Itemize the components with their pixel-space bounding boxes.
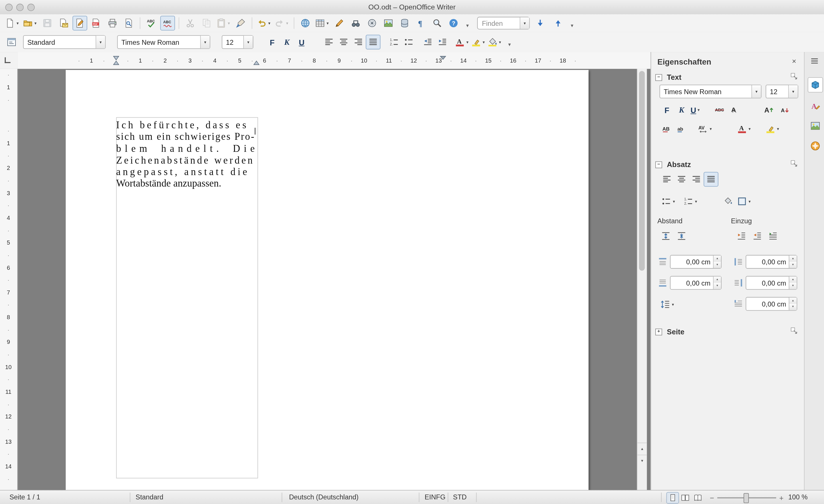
paragraph-style-dropdown-arrow[interactable]: ▾ <box>96 36 105 48</box>
stepper[interactable]: ▴▾ <box>713 276 721 289</box>
zoom-slider-thumb[interactable] <box>744 493 749 503</box>
find-input[interactable]: Finden ▾ <box>477 17 530 29</box>
open-folder-dropdown-arrow[interactable]: ▾ <box>33 21 37 25</box>
zoom-value[interactable]: 100 % <box>788 491 808 504</box>
bullet-list-dropdown-arrow[interactable]: ▾ <box>672 199 676 203</box>
styles-window-button[interactable] <box>4 35 19 49</box>
bullet-list-button[interactable] <box>401 35 416 49</box>
font-color-button[interactable]: A▾ <box>454 35 471 49</box>
font-name-dropdown-arrow[interactable]: ▾ <box>200 36 210 48</box>
highlighting-dropdown-arrow[interactable]: ▾ <box>482 39 486 44</box>
shrink-font-button[interactable]: A <box>777 102 792 117</box>
sidebar-font-size-dropdown-arrow[interactable]: ▾ <box>788 85 798 98</box>
formatting-marks-button[interactable]: ¶ <box>413 16 428 30</box>
sidebar-settings-icon[interactable] <box>809 56 820 66</box>
find-next-button[interactable] <box>533 16 547 30</box>
indent-before-field[interactable]: 0,00 cm ▴▾ <box>746 255 797 269</box>
stepper-up-icon[interactable]: ▴ <box>714 276 721 283</box>
find-toolbar-more-icon[interactable]: ▾ <box>571 22 573 28</box>
save-document-button[interactable] <box>40 16 55 30</box>
background-color-button[interactable]: ▾ <box>487 35 503 49</box>
font-name-combo[interactable]: Times New Roman ▾ <box>117 35 210 49</box>
stepper[interactable]: ▴▾ <box>713 256 721 268</box>
page-preview-button[interactable] <box>121 16 136 30</box>
selection-mode[interactable]: STD <box>453 491 467 504</box>
text-line[interactable]: Zeichenabstände werden <box>116 155 257 166</box>
text-line[interactable]: angepasst, anstatt die <box>116 166 257 178</box>
sidebar-font-name-combo[interactable]: Times New Roman ▾ <box>659 85 761 98</box>
single-page-view-button[interactable] <box>666 492 679 503</box>
formatting-toolbar-more-icon[interactable]: ▾ <box>508 41 511 47</box>
expand-icon[interactable]: + <box>655 328 662 335</box>
sidebar-align-left-button[interactable] <box>659 172 674 187</box>
first-line-indent-field[interactable]: 0,00 cm ▴▾ <box>746 297 797 311</box>
scroll-up-icon[interactable]: ▴ <box>637 442 647 455</box>
export-pdf-button[interactable]: PDF <box>89 16 104 30</box>
page-style[interactable]: Standard <box>136 491 164 504</box>
sidebar-highlighting-dropdown-arrow[interactable]: ▾ <box>776 126 780 131</box>
help-button[interactable]: ? <box>446 16 461 30</box>
draw-functions-button[interactable] <box>332 16 347 30</box>
paste-button[interactable]: ▾ <box>215 16 232 30</box>
strikethrough-button[interactable]: ABC <box>712 102 727 117</box>
sidebar-increase-indent-button[interactable] <box>734 229 749 243</box>
close-window-button[interactable] <box>5 4 13 11</box>
underline-button[interactable]: U <box>294 35 309 49</box>
open-folder-button[interactable]: ▾ <box>22 16 38 30</box>
book-view-button[interactable] <box>692 492 704 503</box>
find-replace-button[interactable] <box>348 16 363 30</box>
numbered-list-dropdown-arrow[interactable]: ▾ <box>694 199 698 203</box>
sidebar-italic-button[interactable]: K <box>674 102 689 117</box>
align-left-button[interactable] <box>322 35 336 49</box>
right-indent-marker[interactable] <box>253 56 260 65</box>
text-line[interactable]: Wortabstände anzupassen. <box>116 178 257 190</box>
sidebar-font-color-button[interactable]: A▾ <box>735 121 757 136</box>
page-dialog-launcher-icon[interactable] <box>790 326 798 335</box>
align-center-button[interactable] <box>336 35 351 49</box>
page-info[interactable]: Seite 1 / 1 <box>9 491 40 504</box>
sidebar-close-icon[interactable]: × <box>792 57 796 65</box>
toolbar-more-icon[interactable]: ▾ <box>466 22 469 28</box>
decrease-indent-button[interactable] <box>420 35 435 49</box>
auto-spellcheck-button[interactable]: ABC <box>161 16 175 30</box>
data-sources-button[interactable] <box>397 16 412 30</box>
numbered-list-button[interactable]: 1.2. <box>387 35 401 49</box>
zoom-in-icon[interactable]: + <box>778 493 785 502</box>
uppercase-button[interactable]: AB <box>659 121 674 136</box>
language-selector[interactable]: Deutsch (Deutschland) <box>289 491 358 504</box>
align-justify-button[interactable] <box>366 35 381 49</box>
sidebar-bullet-list-button[interactable]: ▾ <box>659 194 682 209</box>
collapse-icon[interactable]: − <box>655 74 662 81</box>
sidebar-bold-button[interactable]: F <box>659 102 674 117</box>
stepper[interactable]: ▴▾ <box>789 256 797 268</box>
indent-after-field[interactable]: 0,00 cm ▴▾ <box>746 276 797 290</box>
paste-dropdown-arrow[interactable]: ▾ <box>226 21 231 25</box>
stepper[interactable]: ▴▾ <box>789 298 797 310</box>
text-line[interactable]: Ich befürchte, dass es <box>116 119 257 131</box>
stepper-up-icon[interactable]: ▴ <box>714 256 721 262</box>
bold-button[interactable]: F <box>265 35 280 49</box>
shadow-button[interactable]: AA <box>727 102 741 117</box>
hanging-indent-button[interactable] <box>766 229 781 243</box>
text-line[interactable]: sich um ein schwieriges Pro- <box>116 131 257 143</box>
new-document-dropdown-arrow[interactable]: ▾ <box>15 21 20 25</box>
navigator-button[interactable] <box>365 16 379 30</box>
gallery-button[interactable] <box>381 16 396 30</box>
find-dropdown-arrow[interactable]: ▾ <box>520 17 529 29</box>
cut-button[interactable] <box>183 16 197 30</box>
sidebar-tab-navigator[interactable] <box>808 138 823 154</box>
paragraph-section-header[interactable]: − Absatz <box>655 161 691 169</box>
sidebar-highlighting-button[interactable]: ▾ <box>763 121 786 136</box>
undo-dropdown-arrow[interactable]: ▾ <box>267 21 272 25</box>
font-size-combo[interactable]: 12 ▾ <box>222 35 253 49</box>
redo-button[interactable]: ▾ <box>274 16 290 30</box>
character-spacing-dropdown-arrow[interactable]: ▾ <box>708 126 713 131</box>
minimize-window-button[interactable] <box>16 4 24 11</box>
sidebar-font-color-dropdown-arrow[interactable]: ▾ <box>747 126 752 131</box>
lowercase-button[interactable]: ab <box>674 121 689 136</box>
scrollbar-thumb[interactable] <box>639 71 645 271</box>
text-section-header[interactable]: − Text <box>655 73 682 82</box>
insert-mode[interactable]: EINFG <box>425 491 445 504</box>
stepper-up-icon[interactable]: ▴ <box>789 256 797 262</box>
multi-page-view-button[interactable] <box>679 492 692 503</box>
